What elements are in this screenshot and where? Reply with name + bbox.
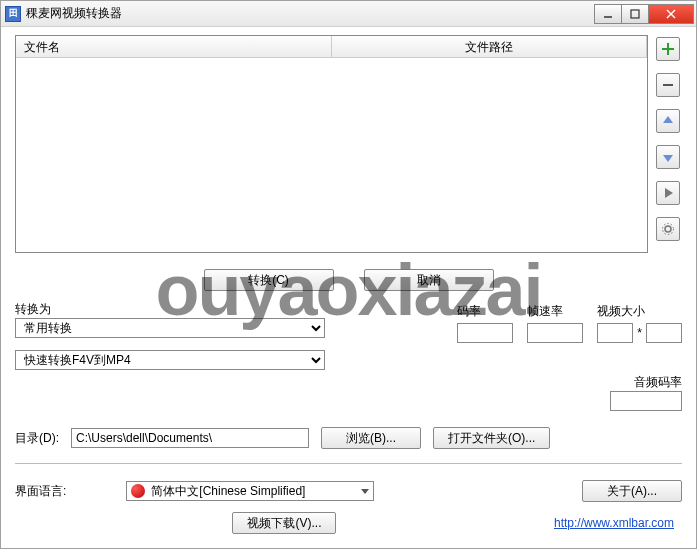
convert-mode-select[interactable]: 常用转换 bbox=[15, 318, 325, 338]
play-button[interactable] bbox=[656, 181, 680, 205]
add-file-button[interactable] bbox=[656, 37, 680, 61]
homepage-link[interactable]: http://www.xmlbar.com bbox=[554, 516, 674, 530]
cancel-button[interactable]: 取消 bbox=[364, 269, 494, 291]
audio-bitrate-label: 音频码率 bbox=[634, 374, 682, 391]
minimize-button[interactable] bbox=[594, 4, 622, 24]
lang-select[interactable]: 简体中文[Chinese Simplified] bbox=[126, 481, 374, 501]
flag-icon bbox=[131, 484, 145, 498]
maximize-button[interactable] bbox=[621, 4, 649, 24]
svg-marker-8 bbox=[663, 155, 673, 162]
svg-point-11 bbox=[663, 224, 674, 235]
dir-label: 目录(D): bbox=[15, 430, 59, 447]
video-download-button[interactable]: 视频下载(V)... bbox=[232, 512, 336, 534]
svg-rect-5 bbox=[662, 48, 674, 50]
remove-file-button[interactable] bbox=[656, 73, 680, 97]
convert-button[interactable]: 转换(C) bbox=[204, 269, 334, 291]
svg-marker-9 bbox=[665, 188, 673, 198]
svg-point-10 bbox=[665, 226, 671, 232]
convert-to-label: 转换为 bbox=[15, 301, 325, 318]
file-list[interactable]: 文件名 文件路径 bbox=[15, 35, 648, 253]
fps-label: 帧速率 bbox=[527, 303, 563, 320]
app-icon: 田 bbox=[5, 6, 21, 22]
col-filepath[interactable]: 文件路径 bbox=[332, 36, 648, 57]
lang-label: 界面语言: bbox=[15, 483, 66, 500]
video-size-label: 视频大小 bbox=[597, 303, 645, 320]
dir-input[interactable] bbox=[71, 428, 309, 448]
svg-rect-1 bbox=[631, 10, 639, 18]
app-title: 稞麦网视频转换器 bbox=[26, 5, 595, 22]
audio-bitrate-input[interactable] bbox=[610, 391, 682, 411]
bitrate-label: 码率 bbox=[457, 303, 481, 320]
height-input[interactable] bbox=[646, 323, 682, 343]
browse-button[interactable]: 浏览(B)... bbox=[321, 427, 421, 449]
open-folder-button[interactable]: 打开文件夹(O)... bbox=[433, 427, 550, 449]
settings-button[interactable] bbox=[656, 217, 680, 241]
list-header: 文件名 文件路径 bbox=[16, 36, 647, 58]
move-up-button[interactable] bbox=[656, 109, 680, 133]
size-sep: * bbox=[637, 326, 642, 340]
svg-marker-7 bbox=[663, 116, 673, 123]
content-area: 文件名 文件路径 转换(C) 取消 转换为 常 bbox=[1, 27, 696, 548]
window-controls bbox=[595, 4, 694, 24]
width-input[interactable] bbox=[597, 323, 633, 343]
col-filename[interactable]: 文件名 bbox=[16, 36, 332, 57]
convert-preset-select[interactable]: 快速转换F4V到MP4 bbox=[15, 350, 325, 370]
side-toolbar bbox=[656, 35, 682, 253]
app-window: 田 稞麦网视频转换器 文件名 文件路径 bbox=[0, 0, 697, 549]
svg-rect-6 bbox=[663, 84, 673, 86]
move-down-button[interactable] bbox=[656, 145, 680, 169]
divider bbox=[15, 463, 682, 464]
fps-input[interactable] bbox=[527, 323, 583, 343]
titlebar: 田 稞麦网视频转换器 bbox=[1, 1, 696, 27]
about-button[interactable]: 关于(A)... bbox=[582, 480, 682, 502]
bitrate-input[interactable] bbox=[457, 323, 513, 343]
lang-value: 简体中文[Chinese Simplified] bbox=[151, 483, 305, 500]
close-button[interactable] bbox=[648, 4, 694, 24]
